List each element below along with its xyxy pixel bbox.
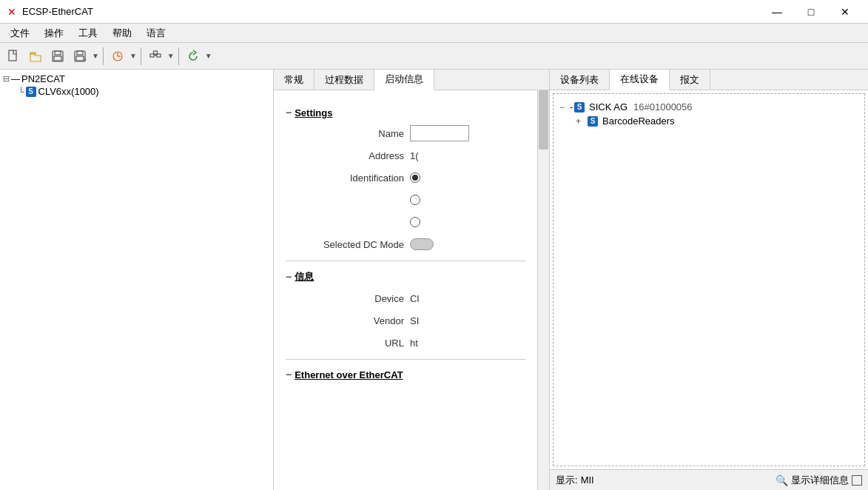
tab-startup[interactable]: 启动信息 — [374, 70, 434, 90]
name-input[interactable] — [410, 125, 469, 141]
svg-rect-7 — [76, 56, 84, 61]
sep1 — [103, 47, 104, 65]
divider2 — [286, 359, 525, 360]
tab-general[interactable]: 常规 — [274, 70, 314, 90]
identification-label: Identification — [286, 172, 404, 184]
right-tab-bar: 设备列表 在线设备 报文 — [550, 70, 868, 90]
vendor-label: Vendor — [286, 315, 404, 326]
name-label: Name — [286, 128, 404, 139]
device-item-sick-ag[interactable]: − - S SICK AG 16#01000056 — [559, 100, 858, 114]
sick-ag-connector: - — [570, 102, 573, 113]
radio3-row — [286, 213, 525, 231]
close-button[interactable]: ✕ — [828, 0, 862, 24]
device-value: Cl — [410, 293, 419, 304]
search-icon: 🔍 — [776, 474, 788, 486]
maximize-button[interactable]: □ — [794, 0, 828, 24]
tree-item-clv6xx[interactable]: └ S CLV6xx(1000) — [3, 85, 270, 98]
show-details-checkbox[interactable] — [852, 475, 862, 486]
svg-text:+: + — [84, 57, 87, 62]
info-collapse[interactable]: − — [286, 271, 292, 283]
status-left: 显示: MII — [556, 474, 594, 487]
device-row: Device Cl — [286, 289, 525, 307]
status-right[interactable]: 🔍 显示详细信息 — [776, 474, 862, 487]
menu-operate[interactable]: 操作 — [37, 24, 71, 42]
network-dropdown[interactable]: ▼ — [167, 52, 175, 60]
network-button[interactable] — [145, 46, 166, 67]
toolbar: + ▼ ▼ ▼ ▼ — [0, 43, 868, 70]
device-item-barcode[interactable]: + S BarcodeReaders — [559, 114, 858, 128]
pn2ecat-dash: — — [11, 74, 20, 84]
svg-rect-6 — [77, 51, 83, 55]
settings-header: − Settings — [286, 107, 525, 118]
center-content: − Settings Name Address 1( Identificatio… — [274, 90, 549, 490]
svg-rect-1 — [30, 53, 36, 54]
menu-file[interactable]: 文件 — [3, 24, 37, 42]
tab-online-devices[interactable]: 在线设备 — [610, 70, 670, 90]
identification-radio-1[interactable] — [410, 172, 420, 183]
url-label: URL — [286, 338, 404, 349]
barcode-expand[interactable]: + — [576, 116, 586, 127]
address-label: Address — [286, 150, 404, 161]
ethernet-collapse[interactable]: − — [286, 369, 292, 380]
ethernet-header: − Ethernet over EtherCAT — [286, 369, 525, 380]
pn2ecat-expand[interactable]: ⊟ — [3, 74, 10, 84]
identification-radio-3[interactable] — [410, 217, 420, 227]
identification-radio-2[interactable] — [410, 195, 420, 205]
left-panel: ⊟ — PN2ECAT └ S CLV6xx(1000) — [0, 70, 274, 490]
dc-mode-toggle[interactable] — [410, 238, 434, 250]
window-controls: — □ ✕ — [760, 0, 862, 24]
center-scroll[interactable]: − Settings Name Address 1( Identificatio… — [274, 90, 537, 490]
settings-title: Settings — [295, 107, 332, 118]
info-title: 信息 — [295, 270, 314, 283]
center-scrollbar[interactable] — [537, 90, 549, 490]
save-as-button[interactable]: + — [70, 46, 90, 67]
menu-bar: 文件 操作 工具 帮助 语言 — [0, 24, 868, 43]
sep3 — [178, 47, 179, 65]
tree-item-pn2ecat[interactable]: ⊟ — PN2ECAT — [3, 73, 270, 85]
clv6xx-icon: S — [26, 87, 36, 97]
menu-tools[interactable]: 工具 — [71, 24, 105, 42]
sep2 — [141, 47, 141, 65]
vendor-row: Vendor SI — [286, 312, 525, 329]
tab-process[interactable]: 过程数据 — [314, 70, 374, 90]
barcode-icon: S — [588, 116, 598, 127]
identification-row: Identification — [286, 169, 525, 187]
radio2-row — [286, 191, 525, 209]
menu-language[interactable]: 语言 — [139, 24, 173, 42]
center-scroll-thumb[interactable] — [539, 90, 548, 150]
divider1 — [286, 261, 525, 261]
right-status-bar: 显示: MII 🔍 显示详细信息 — [550, 469, 868, 490]
display-value: MII — [581, 474, 594, 486]
refresh-button[interactable] — [183, 46, 203, 67]
edit-dropdown[interactable]: ▼ — [129, 52, 137, 60]
clv6xx-connector: └ — [18, 87, 24, 97]
menu-help[interactable]: 帮助 — [105, 24, 139, 42]
clv6xx-label: CLV6xx(1000) — [38, 86, 99, 97]
title-bar-left: ✕ ECSP-EtherCAT — [6, 6, 93, 18]
svg-rect-14 — [153, 51, 157, 54]
url-row: URL ht — [286, 334, 525, 352]
barcode-name: BarcodeReaders — [602, 115, 675, 127]
minimize-button[interactable]: — — [760, 0, 794, 24]
tab-device-list[interactable]: 设备列表 — [550, 70, 610, 90]
center-panel: 常规 过程数据 启动信息 − Settings Name Address 1( — [274, 70, 550, 490]
name-row: Name — [286, 124, 525, 142]
settings-collapse[interactable]: − — [286, 107, 292, 118]
sick-ag-expand[interactable]: − — [559, 102, 570, 113]
save-button[interactable] — [47, 46, 68, 67]
device-label: Device — [286, 293, 404, 304]
ethernet-title: Ethernet over EtherCAT — [295, 369, 403, 380]
dc-mode-label: Selected DC Mode — [286, 239, 404, 250]
pn2ecat-label: PN2ECAT — [21, 73, 65, 84]
tab-messages[interactable]: 报文 — [670, 70, 710, 90]
new-button[interactable] — [3, 46, 24, 67]
show-details-label[interactable]: 显示详细信息 — [791, 474, 849, 487]
sick-ag-id: 16#01000056 — [633, 101, 693, 113]
vendor-value: SI — [410, 315, 419, 326]
edit-button[interactable] — [107, 46, 128, 67]
main-layout: ⊟ — PN2ECAT └ S CLV6xx(1000) 常规 过程数据 启动信… — [0, 70, 868, 490]
dc-mode-row: Selected DC Mode — [286, 235, 525, 253]
open-button[interactable] — [25, 46, 46, 67]
save-dropdown[interactable]: ▼ — [92, 52, 99, 60]
refresh-dropdown[interactable]: ▼ — [205, 52, 212, 60]
